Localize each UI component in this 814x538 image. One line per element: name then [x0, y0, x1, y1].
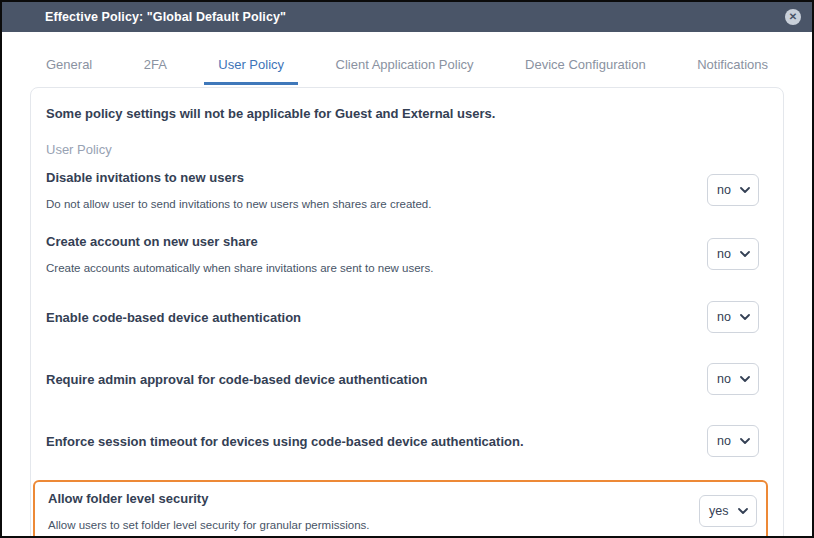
setting-title: Allow folder level security [48, 491, 370, 506]
setting-description: Create accounts automatically when share… [46, 262, 433, 274]
tab-general[interactable]: General [32, 57, 106, 85]
chevron-down-icon [738, 508, 748, 514]
setting-description: Allow users to set folder level security… [48, 519, 370, 531]
settings-panel: Some policy settings will not be applica… [30, 87, 784, 538]
tab-device-configuration[interactable]: Device Configuration [511, 57, 660, 85]
select-value: yes [709, 504, 728, 518]
setting-title: Require admin approval for code-based de… [46, 372, 427, 387]
session-timeout-select[interactable]: no [707, 425, 759, 457]
section-label: User Policy [46, 142, 759, 157]
setting-row: Require admin approval for code-based de… [46, 348, 759, 410]
select-value: no [717, 372, 731, 386]
code-auth-select[interactable]: no [707, 301, 759, 333]
close-icon[interactable]: ✕ [785, 9, 801, 25]
disable-invitations-select[interactable]: no [707, 174, 759, 206]
policy-note: Some policy settings will not be applica… [46, 106, 759, 121]
tab-client-application-policy[interactable]: Client Application Policy [322, 57, 488, 85]
tab-user-policy[interactable]: User Policy [204, 57, 298, 85]
setting-row: Disable invitations to new users Do not … [46, 158, 759, 222]
setting-title: Disable invitations to new users [46, 170, 431, 185]
setting-title: Create account on new user share [46, 234, 433, 249]
select-value: no [717, 183, 731, 197]
setting-row: Enforce session timeout for devices usin… [46, 410, 759, 472]
chevron-down-icon [740, 251, 750, 257]
folder-security-select[interactable]: yes [699, 495, 757, 527]
select-value: no [717, 434, 731, 448]
setting-row: Allow folder level security Allow users … [48, 482, 757, 538]
setting-row: Enable code-based device authentication … [46, 286, 759, 348]
highlighted-setting-outline: Allow folder level security Allow users … [33, 480, 768, 538]
create-account-select[interactable]: no [707, 238, 759, 270]
chevron-down-icon [740, 314, 750, 320]
setting-row: Create account on new user share Create … [46, 222, 759, 286]
tab-bar: General 2FA User Policy Client Applicati… [2, 57, 812, 85]
select-value: no [717, 310, 731, 324]
chevron-down-icon [740, 438, 750, 444]
dialog-titlebar: Effective Policy: "Global Default Policy… [2, 2, 812, 32]
setting-description: Do not allow user to send invitations to… [46, 198, 431, 210]
dialog-title: Effective Policy: "Global Default Policy… [45, 10, 286, 24]
admin-approval-select[interactable]: no [707, 363, 759, 395]
tab-notifications[interactable]: Notifications [683, 57, 782, 85]
setting-title: Enforce session timeout for devices usin… [46, 434, 524, 449]
tab-2fa[interactable]: 2FA [130, 57, 181, 85]
chevron-down-icon [740, 187, 750, 193]
chevron-down-icon [740, 376, 750, 382]
setting-title: Enable code-based device authentication [46, 310, 301, 325]
select-value: no [717, 247, 731, 261]
